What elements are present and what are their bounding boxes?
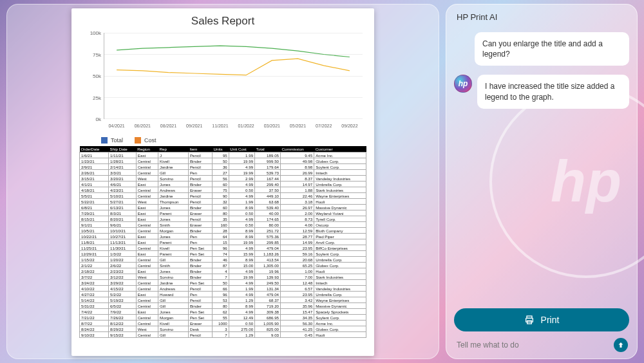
table-row: 2/1/222/6/22CentralSmithBinder8715.001,3… <box>80 263 366 268</box>
table-row: 9/1/219/6/21CentralSmithEraser1600.5080.… <box>80 222 366 228</box>
table-row: 3/15/213/20/21WestSorvinoPencil562.99167… <box>80 176 366 182</box>
x-axis-label: 11/2021 <box>212 124 228 128</box>
table-header: Rep <box>158 146 189 153</box>
table-row: 5/22/215/27/21WestThompsonPencil321.9963… <box>80 199 366 205</box>
table-row: 1/15/221/20/22CentralGillBinder468.99413… <box>80 257 366 263</box>
legend-item-cost: Cost <box>135 137 156 144</box>
page-title: Sales Report <box>79 15 366 28</box>
x-axis-label: 04/2021 <box>108 124 124 128</box>
table-row: 4/18/214/23/21CentralAndrewsEraser750.50… <box>80 187 366 193</box>
table-header: Unit Cost <box>229 146 254 153</box>
table-header: OrderDate <box>80 146 109 153</box>
x-axis-label: 07/2022 <box>316 124 332 128</box>
hp-avatar-icon: hp <box>454 75 472 93</box>
table-row: 5/14/225/19/22CentralGillPencil531.2968.… <box>80 297 366 303</box>
legend-item-total: Total <box>101 137 123 144</box>
legend-swatch <box>135 137 141 144</box>
table-row: 2/18/222/23/22EastJonesBinder44.9919.961… <box>80 268 366 274</box>
table-row: 8/15/218/20/21EastJonesPencil354.99174.6… <box>80 216 366 222</box>
document-page: Sales Report 0k25k50k75k100k 04/202106/2… <box>71 8 374 356</box>
send-button[interactable] <box>614 338 628 352</box>
chat-title: HP Print AI <box>454 12 629 22</box>
assistant-message-row: hp I have increased the title size added… <box>454 75 629 108</box>
table-row: 3/7/223/12/22WestSorvinoBinder719.99139.… <box>80 274 366 280</box>
sales-chart: 0k25k50k75k100k 04/202106/202108/202109/… <box>79 32 366 135</box>
table-row: 12/29/211/3/22EastParentPen Set7415.991,… <box>80 251 366 257</box>
assistant-message-bubble: I have increased the title size added a … <box>477 75 629 108</box>
table-row: 4/10/224/15/22CentralAndrewsPencil661.99… <box>80 286 366 292</box>
table-row: 1/23/211/28/21CentralKivellBinder5019.99… <box>80 158 366 164</box>
table-header: Item <box>188 146 212 153</box>
table-row: 5/5/215/10/21CentralJardinePencil904.994… <box>80 193 366 199</box>
chat-input[interactable] <box>457 340 610 349</box>
x-axis-label: 09/2021 <box>186 124 202 128</box>
chart-legend: Total Cost <box>79 135 366 146</box>
table-row: 4/27/225/2/22EastHowardPen964.99479.0423… <box>80 292 366 297</box>
print-button-label: Print <box>541 315 560 325</box>
table-row: 4/1/214/6/21EastJonesBinder604.99299.401… <box>80 182 366 187</box>
table-row: 7/29/218/3/21EastParentEraser800.5040.00… <box>80 210 366 216</box>
table-row: 7/21/227/26/22CentralMorganPen Set5512.4… <box>80 315 366 321</box>
printer-icon <box>524 315 535 325</box>
table-header: Ship Date <box>109 146 137 153</box>
user-message-row: Can you enlarge the title and add a lege… <box>454 32 629 66</box>
x-axis-label: 03/2021 <box>264 124 280 128</box>
legend-label: Total <box>111 137 123 144</box>
table-row: 8/7/228/12/22CentralKivellEraser10000.50… <box>80 321 366 326</box>
table-header: Region <box>136 146 158 153</box>
table-row: 9/10/229/15/22CentralGillPencil71.299.03… <box>80 332 366 338</box>
sales-table: OrderDateShip DateRegionRepItemUnitsUnit… <box>79 146 366 338</box>
table-row: 3/24/223/29/22CentralJardinePen Set504.9… <box>80 280 366 286</box>
table-row: 10/5/2110/10/21CentralMorganBinder288.99… <box>80 228 366 234</box>
table-row: 6/8/216/13/21EastJonesBinder608.99539.40… <box>80 205 366 210</box>
table-row: 8/24/228/29/22WestSorvinoDesk3275.00825.… <box>80 326 366 332</box>
y-axis-label: 75k <box>79 51 101 57</box>
y-axis-label: 50k <box>79 73 101 79</box>
table-row: 10/22/2110/27/21EastJonesPen648.99575.36… <box>80 234 366 239</box>
y-axis-label: 25k <box>79 95 101 100</box>
table-row: 11/8/2111/13/21EastParentPen1519.99299.8… <box>80 239 366 245</box>
table-header: Customer <box>314 146 366 153</box>
table-row: 2/26/213/3/21CentralGillPen2719.99539.73… <box>80 170 366 176</box>
table-header: Commission <box>281 146 314 153</box>
table-header: Total <box>255 146 281 153</box>
print-button[interactable]: Print <box>454 308 629 331</box>
arrow-up-icon <box>617 341 625 349</box>
legend-swatch <box>101 137 108 144</box>
x-axis-label: 05/2021 <box>290 124 306 128</box>
table-row: 1/6/211/11/21EastJPencil951.99189.059.45… <box>80 153 366 158</box>
x-axis-label: 09/2022 <box>341 124 357 128</box>
table-row: 2/9/212/14/21CentralJardinePencil364.991… <box>80 164 366 170</box>
table-row: 11/25/2111/30/21CentralKivellPen Set964.… <box>80 245 366 251</box>
y-axis-label: 100k <box>79 30 101 36</box>
table-row: 5/31/226/5/22CentralGillBinder808.99719.… <box>80 303 366 309</box>
chat-panel: HP Print AI Can you enlarge the title an… <box>446 4 638 359</box>
y-axis-label: 0k <box>79 116 101 122</box>
x-axis-label: 01/2022 <box>238 124 254 128</box>
legend-label: Cost <box>144 137 156 144</box>
document-preview-panel: Sales Report 0k25k50k75k100k 04/202106/2… <box>6 4 439 359</box>
x-axis-label: 08/2021 <box>160 124 176 128</box>
table-row: 7/4/227/9/22EastJonesPen Set624.99309.38… <box>80 309 366 315</box>
x-axis-label: 06/2021 <box>135 124 151 128</box>
table-header: Units <box>213 146 229 153</box>
user-message-bubble: Can you enlarge the title and add a lege… <box>475 32 629 66</box>
